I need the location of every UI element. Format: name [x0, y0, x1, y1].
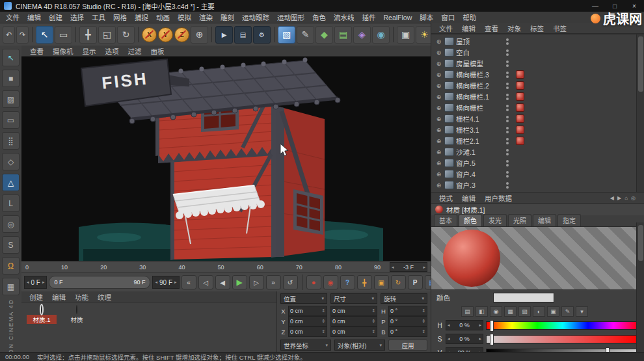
expand-icon[interactable]: ⊕	[435, 182, 442, 189]
slider-thumb[interactable]	[490, 320, 494, 332]
material-channel-tab[interactable]: 发光	[483, 214, 507, 226]
workplane-lock-icon[interactable]: ▦	[2, 278, 20, 295]
visibility-toggles[interactable]	[505, 94, 510, 100]
scrollbar-thumb[interactable]	[638, 36, 643, 92]
spinner-icon[interactable]: ⇕	[371, 308, 375, 314]
record-scale-button[interactable]: ▣	[374, 275, 389, 289]
spectrum-icon[interactable]: ▦	[504, 306, 517, 317]
primitive-cube-button[interactable]: ▧	[278, 26, 295, 44]
render-visibility-dot[interactable]	[506, 153, 509, 155]
viewport-menu-item[interactable]: 查看	[25, 46, 48, 56]
rgb-sliders-icon[interactable]: ▤	[461, 306, 474, 317]
end-frame-field[interactable]: ◂ 90 F ▸	[152, 276, 179, 289]
editor-visibility-dot[interactable]	[506, 116, 509, 118]
viewport-menu-item[interactable]: 选项	[101, 46, 124, 56]
slider-thumb[interactable]	[490, 334, 494, 345]
render-visibility-dot[interactable]	[506, 75, 509, 78]
prev-frame-button[interactable]: ◀	[215, 275, 230, 289]
visibility-toggles[interactable]	[505, 83, 510, 89]
object-tree-scrollbar[interactable]	[636, 34, 644, 192]
editor-visibility-dot[interactable]	[506, 160, 509, 163]
coord-mode-dropdown[interactable]: 对象(相对) ▾	[334, 340, 385, 351]
spin-left-icon[interactable]: ◂	[155, 280, 157, 285]
swatches-icon[interactable]: ▣	[547, 306, 559, 317]
tree-row[interactable]: ⊕ 栅栏4.1	[431, 113, 644, 124]
editor-visibility-dot[interactable]	[506, 49, 509, 52]
object-manager-menu-item[interactable]: 编辑	[457, 23, 480, 33]
spinner-icon[interactable]: ⇕	[371, 319, 375, 324]
object-label[interactable]: 栅栏3.1	[456, 125, 503, 135]
make-editable-icon[interactable]: ↖	[2, 49, 20, 66]
goto-end-button[interactable]: »	[266, 275, 281, 289]
material-channel-tab[interactable]: 光照	[508, 214, 531, 226]
spin-right-icon[interactable]: ▸	[479, 323, 481, 328]
undo-button[interactable]: ↶	[3, 26, 15, 44]
color-swatch[interactable]	[493, 293, 554, 302]
slider-track[interactable]	[486, 335, 639, 343]
expand-icon[interactable]: ⊕	[435, 149, 442, 155]
editor-visibility-dot[interactable]	[506, 149, 509, 152]
expand-icon[interactable]: ⊕	[435, 116, 442, 122]
object-label[interactable]: 栅栏4.1	[456, 114, 503, 124]
viewport-menu-item[interactable]: 摄像机	[48, 46, 78, 56]
menu-item[interactable]: 渲染	[195, 12, 217, 22]
mograph-button[interactable]: ▤	[334, 26, 352, 44]
editor-visibility-dot[interactable]	[506, 105, 509, 107]
expand-icon[interactable]: ⊕	[435, 160, 442, 167]
render-visibility-dot[interactable]	[506, 64, 509, 67]
expand-icon[interactable]: ⊕	[435, 38, 442, 45]
editor-visibility-dot[interactable]	[506, 72, 509, 74]
object-label[interactable]: 横向栅栏.2	[456, 81, 503, 90]
tree-row[interactable]: ⊕ 屋顶	[431, 36, 644, 47]
material-preview-sphere[interactable]	[76, 305, 77, 314]
viewport-menu-item[interactable]: 过滤	[124, 46, 146, 56]
rect-selection-tool[interactable]: ▭	[55, 26, 72, 44]
render-visibility-dot[interactable]	[506, 98, 509, 100]
material-tag[interactable]	[516, 81, 524, 90]
viewport-3d[interactable]: FISH	[21, 57, 431, 261]
y-axis-lock[interactable]: Y	[158, 27, 173, 42]
material-tag[interactable]	[516, 137, 524, 145]
object-label[interactable]: 窗户.4	[456, 169, 503, 179]
viewport-menu-item[interactable]: 显示	[78, 46, 101, 56]
axis-mode-icon[interactable]: L	[2, 194, 20, 212]
attribute-scrollbar[interactable]	[636, 222, 644, 353]
points-mode-icon[interactable]: ⣿	[2, 132, 20, 150]
nav-forward-icon[interactable]: ▶	[617, 195, 621, 201]
autokey-button[interactable]: ◉	[323, 275, 338, 289]
expand-icon[interactable]: ⊕	[435, 83, 442, 89]
tree-row[interactable]: ⊕ 空白	[431, 47, 644, 58]
home-icon[interactable]: ⌂	[624, 195, 628, 201]
attribute-menu-item[interactable]: 编辑	[457, 193, 480, 203]
menu-item[interactable]: 动画	[152, 12, 174, 22]
menu-item[interactable]: 脚本	[416, 12, 437, 22]
editor-visibility-dot[interactable]	[506, 38, 509, 41]
attribute-menu-item[interactable]: 模式	[435, 193, 457, 203]
render-visibility-dot[interactable]	[506, 164, 509, 167]
editor-visibility-dot[interactable]	[506, 94, 509, 96]
object-label[interactable]: 窗户.5	[456, 158, 503, 168]
solo-mode-icon[interactable]: ◎	[2, 215, 20, 233]
menu-item[interactable]: 编辑	[23, 12, 45, 22]
editor-visibility-dot[interactable]	[506, 60, 509, 63]
menu-item[interactable]: 运动图形	[273, 12, 308, 22]
scrollbar-thumb[interactable]	[638, 225, 643, 261]
next-frame-button[interactable]: ▷	[249, 275, 264, 289]
coord-rotation-field[interactable]: 0 ° ⇕	[388, 327, 427, 337]
expand-icon[interactable]: ⊕	[435, 60, 442, 67]
scale-tool[interactable]: ◱	[98, 26, 116, 44]
spinner-icon[interactable]: ⇕	[422, 319, 425, 324]
material-tag[interactable]	[516, 126, 524, 134]
tree-row[interactable]: ⊕ 横向栅栏.1	[431, 91, 644, 102]
editor-visibility-dot[interactable]	[506, 127, 509, 129]
menu-item[interactable]: 捕捉	[131, 12, 152, 22]
expand-icon[interactable]: ⊕	[435, 49, 442, 56]
material-menu-item[interactable]: 创建	[25, 292, 47, 302]
material-channel-tab[interactable]: 指定	[557, 214, 581, 226]
coord-size-field[interactable]: 0 cm ⇕	[330, 306, 377, 316]
record-rotation-button[interactable]: ↻	[391, 275, 406, 289]
rotate-tool[interactable]: ↻	[117, 26, 135, 44]
visibility-toggles[interactable]	[505, 116, 510, 122]
coordinate-system-toggle[interactable]: ⊕	[191, 26, 208, 44]
visibility-toggles[interactable]	[505, 138, 510, 144]
